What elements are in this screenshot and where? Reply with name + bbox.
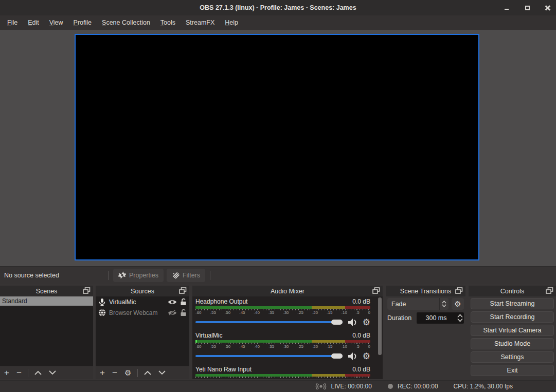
control-button[interactable]: Exit [471,365,554,376]
source-properties-button[interactable]: ⚙ [124,369,131,377]
channel-db: 0.0 dB [352,332,370,339]
add-source-button[interactable]: + [100,368,105,377]
live-time: LIVE: 00:00:00 [331,383,371,390]
sources-list: VirtualMic Browser Webcam [96,296,189,366]
volume-meter [195,374,370,377]
channel-db: 0.0 dB [352,366,370,373]
minimize-button[interactable] [503,4,511,12]
mixer-channel: Headphone Output 0.0 dB -60-55-50-45-40-… [195,297,370,327]
mixer-scrollbar[interactable] [378,297,382,355]
scenes-dock: Scenes Standard + − [0,286,93,379]
titlebar: OBS 27.1.3 (linux) - Profile: James - Sc… [0,0,556,15]
popout-icon[interactable] [455,287,463,294]
popout-icon[interactable] [372,287,380,294]
minimize-icon [505,9,509,10]
window-title: OBS 27.1.3 (linux) - Profile: James - Sc… [0,4,556,11]
channel-name: VirtualMic [195,332,222,339]
menubar: File Edit View Profile Scene Collection … [0,15,556,30]
source-item[interactable]: VirtualMic [96,296,189,307]
volume-slider-handle[interactable] [331,353,343,359]
separator [210,271,210,280]
move-source-up-button[interactable] [144,370,151,375]
control-button[interactable]: Settings [471,351,554,363]
menu-item[interactable]: View [44,16,68,29]
volume-slider-handle[interactable] [331,320,343,325]
control-button[interactable]: Start Virtual Camera [471,325,554,336]
transitions-dock-header: Scene Transitions [386,286,465,296]
unlock-icon [180,298,187,306]
volume-slider[interactable] [195,351,343,361]
menu-item[interactable]: Scene Collection [97,16,155,29]
preview-canvas[interactable] [75,34,479,260]
globe-icon [98,309,106,316]
close-icon [545,5,550,10]
obs-window: OBS 27.1.3 (linux) - Profile: James - Sc… [0,0,556,392]
meter-tick-labels: -60-55-50-45-40-35-30-25-20-15-10-50 [195,311,370,315]
close-button[interactable] [544,4,552,12]
meter-tick-labels: -60-55-50-45-40-35-30-25-20-15-10-50 [195,379,370,379]
lock-toggle[interactable] [180,309,187,316]
control-button[interactable]: Start Streaming [471,298,554,309]
duration-label: Duration [387,314,417,322]
add-scene-button[interactable]: + [4,368,9,377]
popout-icon[interactable] [179,287,187,294]
remove-scene-button[interactable]: − [16,368,22,377]
eye-icon [168,299,177,305]
filters-icon [172,271,180,279]
speaker-icon[interactable] [348,318,358,327]
mixer-channel: VirtualMic 0.0 dB -60-55-50-45-40-35-30-… [195,331,370,361]
transition-select[interactable]: Fade [387,298,449,310]
popout-icon[interactable] [83,287,91,294]
controls-dock-header: Controls [469,286,556,296]
transitions-dock-title: Scene Transitions [388,288,463,295]
source-status-label: No source selected [4,272,105,279]
move-source-down-button[interactable] [158,370,166,375]
transition-properties-button[interactable]: ⚙ [452,298,464,310]
menu-item[interactable]: Tools [155,16,181,29]
rec-status: REC: 00:00:00 [387,383,438,390]
broadcast-icon [315,383,327,390]
remove-source-button[interactable]: − [112,368,117,377]
meter-tick-labels: -60-55-50-45-40-35-30-25-20-15-10-50 [195,345,370,349]
transitions-body: Fade ⚙ Duration 300 ms [386,296,465,379]
controls-body: Start Streaming Start Recording Start Vi… [469,296,556,379]
record-dot-icon [387,383,393,389]
source-item[interactable]: Browser Webcam [96,307,189,318]
menu-item[interactable]: Edit [23,16,44,29]
lock-toggle[interactable] [180,298,187,306]
speaker-icon[interactable] [348,352,358,361]
source-toolbar: No source selected Properties Filters [0,266,556,284]
scenes-dock-title: Scenes [3,288,91,295]
eye-slash-icon [168,310,177,316]
gear-icon[interactable]: ⚙ [363,352,370,360]
mixer-dock-header: Audio Mixer [192,286,383,296]
visibility-toggle[interactable] [168,310,177,316]
scene-item[interactable]: Standard [0,296,93,306]
duration-spinbox[interactable]: 300 ms [417,312,464,324]
spin-up-icon[interactable] [457,314,463,318]
move-scene-down-button[interactable] [49,370,56,375]
menu-item[interactable]: File [2,16,23,29]
popout-icon[interactable] [546,287,553,294]
visibility-toggle[interactable] [168,299,177,305]
separator [28,369,28,377]
filters-button[interactable]: Filters [167,269,205,282]
menu-item[interactable]: StreamFX [181,16,220,29]
microphone-icon [98,298,106,306]
volume-slider[interactable] [195,318,343,327]
separator [137,369,138,377]
gear-icon[interactable]: ⚙ [363,319,370,326]
menu-item[interactable]: Help [220,16,243,29]
volume-meter [195,306,370,309]
menu-item[interactable]: Profile [68,16,97,29]
unlock-icon [180,309,187,316]
control-button[interactable]: Studio Mode [471,338,554,349]
maximize-button[interactable] [523,4,531,12]
scene-transitions-dock: Scene Transitions Fade ⚙ Duration [386,286,465,379]
gear-icon [118,271,126,279]
move-scene-up-button[interactable] [34,370,42,375]
spin-down-icon[interactable] [457,318,463,322]
properties-button[interactable]: Properties [113,269,164,282]
control-button[interactable]: Start Recording [471,311,554,323]
channel-name: Yeti Nano Raw Input [195,366,252,373]
